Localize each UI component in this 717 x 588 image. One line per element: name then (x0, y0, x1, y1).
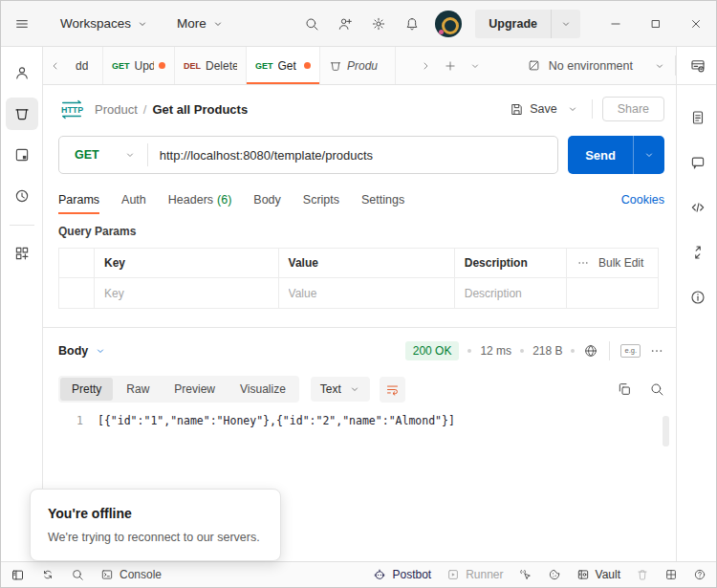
svg-text:HTTP: HTTP (61, 105, 83, 115)
runner-button[interactable]: Runner (446, 568, 503, 581)
comment-icon (689, 154, 706, 171)
new-tab-button[interactable] (438, 47, 463, 84)
method-selector[interactable]: GET (59, 137, 147, 173)
sidebar-item-collections[interactable] (6, 98, 38, 130)
scroll-tabs-left-button[interactable] (43, 47, 68, 84)
format-selector[interactable]: Text (311, 377, 370, 402)
scroll-tabs-right-button[interactable] (413, 47, 438, 84)
response-body-viewer[interactable]: 1 [{"id":"1","name":"Honey"},{"id":"2","… (58, 414, 657, 427)
tab-options-button[interactable] (463, 47, 488, 84)
save-options-button[interactable] (563, 98, 582, 120)
tab-scripts[interactable]: Scripts (303, 187, 339, 212)
upgrade-button[interactable]: Upgrade (475, 10, 551, 38)
toggle-sidebar-button[interactable] (11, 568, 25, 582)
history-icon (13, 187, 31, 205)
sync-button[interactable] (41, 568, 54, 581)
breadcrumb-collection[interactable]: Product (95, 102, 138, 117)
response-more-actions-icon[interactable] (649, 343, 664, 359)
tab-settings[interactable]: Settings (361, 187, 404, 212)
help-button[interactable] (693, 568, 706, 581)
environment-selector[interactable]: No environment (517, 47, 675, 84)
network-globe-icon[interactable] (583, 343, 598, 359)
related-requests-button[interactable] (689, 244, 706, 261)
send-options-button[interactable] (633, 136, 664, 174)
send-button[interactable]: Send (568, 136, 633, 174)
avatar[interactable] (435, 11, 462, 37)
view-visualize-button[interactable]: Visualize (228, 378, 297, 401)
copy-response-button[interactable] (617, 381, 632, 397)
request-tab-update[interactable]: GET Upda (102, 47, 175, 84)
pane-splitter[interactable] (43, 327, 676, 328)
param-key-input[interactable] (104, 287, 269, 300)
console-button[interactable]: Console (100, 568, 162, 581)
close-button[interactable] (676, 1, 716, 47)
environment-quick-look-button[interactable] (689, 57, 706, 75)
collection-preview-tab[interactable]: Produ (319, 47, 396, 84)
search-button[interactable] (300, 12, 323, 35)
bulk-edit-button[interactable]: Bulk Edit (598, 256, 643, 270)
more-menu[interactable]: More (169, 11, 231, 36)
request-tab-clipped[interactable]: dd (67, 47, 103, 84)
workspaces-menu[interactable]: Workspaces (53, 11, 156, 36)
capture-requests-button[interactable] (519, 568, 532, 581)
capture-icon (519, 568, 532, 581)
tab-label: Upda (135, 59, 154, 73)
wrap-lines-icon (385, 382, 400, 397)
save-button[interactable]: Save (504, 98, 563, 121)
plus-icon (444, 59, 457, 73)
more-actions-icon[interactable] (576, 256, 590, 270)
cookies-link[interactable]: Cookies (621, 193, 664, 207)
response-size[interactable]: 218 B (532, 344, 562, 358)
postbot-button[interactable]: Postbot (373, 568, 431, 581)
notifications-button[interactable] (401, 12, 424, 35)
code-icon (689, 199, 706, 216)
tab-headers[interactable]: Headers(6) (168, 187, 232, 212)
response-view-switch: Pretty Raw Preview Visualize (58, 376, 299, 403)
main-menu-button[interactable] (1, 16, 43, 32)
share-button[interactable]: Share (602, 97, 664, 121)
sidebar-item-history[interactable] (6, 180, 38, 212)
hamburger-icon (14, 16, 30, 32)
request-tab-get-all[interactable]: GET Get a (246, 47, 320, 84)
response-body-selector[interactable]: Body (58, 344, 106, 358)
cookies-button[interactable] (548, 568, 561, 581)
response-scrollbar[interactable] (663, 416, 669, 446)
status-badge[interactable]: 200 OK (405, 341, 460, 360)
minimize-button[interactable] (596, 1, 636, 47)
divider (592, 99, 593, 119)
view-preview-button[interactable]: Preview (163, 378, 227, 401)
code-snippet-button[interactable] (689, 199, 706, 216)
param-description-input[interactable] (465, 287, 556, 300)
upgrade-options-button[interactable] (551, 10, 580, 38)
tab-params[interactable]: Params (58, 187, 99, 212)
more-label: More (177, 16, 206, 31)
two-pane-view-button[interactable] (664, 568, 678, 581)
request-tab-delete[interactable]: DEL Delete (174, 47, 247, 84)
param-value-input[interactable] (289, 287, 445, 300)
request-title[interactable]: Get all Products (152, 102, 248, 117)
invite-button[interactable] (334, 12, 357, 35)
chevron-down-icon (212, 18, 224, 30)
find-button[interactable] (71, 568, 84, 581)
settings-button[interactable] (367, 12, 390, 35)
url-input[interactable]: http://localhost:8080/template/products (148, 148, 384, 163)
wrap-lines-button[interactable] (380, 377, 405, 403)
sidebar-item-environments[interactable] (6, 139, 38, 171)
tab-auth[interactable]: Auth (121, 187, 146, 212)
search-response-button[interactable] (649, 381, 664, 397)
sidebar-item-account[interactable] (6, 56, 38, 89)
tab-body[interactable]: Body (253, 187, 281, 212)
response-time[interactable]: 12 ms (480, 344, 511, 358)
trash-button[interactable] (636, 568, 649, 581)
comments-button[interactable] (689, 154, 706, 171)
save-as-example-button[interactable]: e.g. (620, 344, 641, 358)
view-raw-button[interactable]: Raw (115, 378, 161, 401)
response-body-text: [{"id":"1","name":"Honey"},{"id":"2","na… (98, 414, 455, 427)
documentation-button[interactable] (689, 109, 706, 126)
maximize-button[interactable] (636, 1, 676, 47)
view-pretty-button[interactable]: Pretty (60, 378, 113, 401)
vault-button[interactable]: Vault (576, 568, 620, 581)
request-info-button[interactable] (689, 289, 706, 306)
sidebar-item-more-tools[interactable] (6, 237, 38, 270)
row-select-cell[interactable] (59, 278, 94, 308)
